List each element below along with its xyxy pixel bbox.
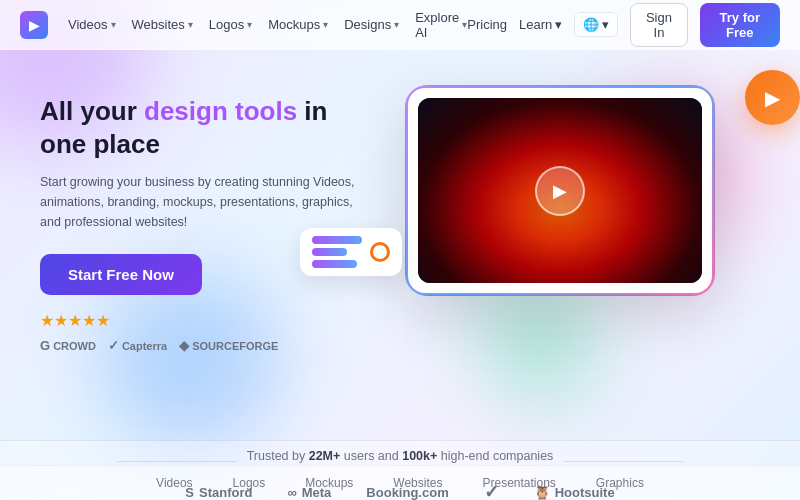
nav-right: Pricing Learn ▾ 🌐 ▾ Sign In Try for Free <box>467 3 780 47</box>
trusted-hootsuite: 🦉 Hootsuite <box>534 485 615 500</box>
review-logos: G CROWD ✓ Capterra ◆ SOURCEFORGE <box>40 338 360 353</box>
review-sourceforge: ◆ SOURCEFORGE <box>179 338 278 353</box>
capterra-icon: ✓ <box>108 338 119 353</box>
chevron-down-icon: ▾ <box>247 19 252 30</box>
trusted-text: Trusted by 22M+ users and 100k+ high-end… <box>247 449 554 463</box>
chevron-down-icon: ▾ <box>188 19 193 30</box>
trusted-companies: 100k+ <box>402 449 437 463</box>
trusted-nike: ✓ <box>484 481 499 500</box>
hero-left: All your design tools inone place Start … <box>40 85 360 353</box>
nav-label-mockups: Mockups <box>268 17 320 32</box>
gcrowd-icon: G <box>40 338 50 353</box>
document-circle <box>370 242 390 262</box>
learn-label: Learn <box>519 17 552 32</box>
bar-2 <box>312 248 347 256</box>
video-preview[interactable]: ▶ <box>418 98 702 283</box>
chevron-down-icon: ▾ <box>111 19 116 30</box>
video-card[interactable]: ▶ <box>405 85 715 296</box>
hero-subtitle: Start growing your business by creating … <box>40 172 360 232</box>
play-icon: ▶ <box>553 180 567 202</box>
logo-icon: ▶ <box>20 11 48 39</box>
trusted-meta: ∞ Meta <box>287 485 331 500</box>
capterra-label: Capterra <box>122 340 167 352</box>
nav-item-websites[interactable]: Websites ▾ <box>132 17 193 32</box>
chevron-down-icon: ▾ <box>323 19 328 30</box>
navbar: ▶ Videos ▾ Websites ▾ Logos ▾ Mockups ▾ … <box>0 0 800 50</box>
booking-label: Booking.com <box>366 485 448 500</box>
trusted-divider: Trusted by 22M+ users and 100k+ high-end… <box>0 449 800 473</box>
hero-title: All your design tools inone place <box>40 95 360 160</box>
nav-label-explore-ai: Explore AI <box>415 10 459 40</box>
nav-label-logos: Logos <box>209 17 244 32</box>
learn-dropdown[interactable]: Learn ▾ <box>519 17 562 32</box>
nav-label-videos: Videos <box>68 17 108 32</box>
review-capterra: ✓ Capterra <box>108 338 167 353</box>
review-gcrowd: G CROWD <box>40 338 96 353</box>
trusted-logos: S Stanford ∞ Meta Booking.com ✓ 🦉 Hootsu… <box>0 481 800 500</box>
logo[interactable]: ▶ <box>20 11 48 39</box>
nav-label-designs: Designs <box>344 17 391 32</box>
language-selector[interactable]: 🌐 ▾ <box>574 12 618 37</box>
trusted-booking: Booking.com <box>366 485 448 500</box>
document-bars <box>312 236 362 268</box>
meta-icon: ∞ <box>287 485 296 500</box>
meta-label: Meta <box>302 485 332 500</box>
stanford-label: Stanford <box>199 485 252 500</box>
nav-item-logos[interactable]: Logos ▾ <box>209 17 252 32</box>
hootsuite-icon: 🦉 <box>534 485 550 500</box>
pricing-link[interactable]: Pricing <box>467 17 507 32</box>
trusted-users: 22M+ <box>309 449 341 463</box>
hero-section: All your design tools inone place Start … <box>0 50 800 440</box>
chevron-down-icon: ▾ <box>555 17 562 32</box>
bar-3 <box>312 260 357 268</box>
globe-icon: 🌐 <box>583 17 599 32</box>
hero-title-highlight: design tools <box>144 96 297 126</box>
chevron-down-icon: ▾ <box>602 17 609 32</box>
try-free-button[interactable]: Try for Free <box>700 3 780 47</box>
gcrowd-label: CROWD <box>53 340 96 352</box>
trusted-stanford: S Stanford <box>185 485 252 500</box>
star-rating: ★★★★★ <box>40 311 360 330</box>
trusted-section: Trusted by 22M+ users and 100k+ high-end… <box>0 440 800 500</box>
floating-document <box>300 228 402 276</box>
nav-items: Videos ▾ Websites ▾ Logos ▾ Mockups ▾ De… <box>68 10 467 40</box>
nav-item-explore-ai[interactable]: Explore AI ▾ <box>415 10 467 40</box>
hero-title-plain: All your <box>40 96 144 126</box>
hero-right: ▶ ▶ <box>360 85 760 296</box>
nav-item-designs[interactable]: Designs ▾ <box>344 17 399 32</box>
stanford-icon: S <box>185 485 194 500</box>
chevron-down-icon: ▾ <box>394 19 399 30</box>
sourceforge-icon: ◆ <box>179 338 189 353</box>
floating-play-icon: ▶ <box>745 70 800 125</box>
signin-button[interactable]: Sign In <box>630 3 687 47</box>
start-free-button[interactable]: Start Free Now <box>40 254 202 295</box>
video-play-button[interactable]: ▶ <box>535 166 585 216</box>
nike-swoosh-icon: ✓ <box>484 481 499 500</box>
bar-1 <box>312 236 362 244</box>
nav-item-mockups[interactable]: Mockups ▾ <box>268 17 328 32</box>
nav-item-videos[interactable]: Videos ▾ <box>68 17 116 32</box>
nav-label-websites: Websites <box>132 17 185 32</box>
hootsuite-label: Hootsuite <box>555 485 615 500</box>
sourceforge-label: SOURCEFORGE <box>192 340 278 352</box>
